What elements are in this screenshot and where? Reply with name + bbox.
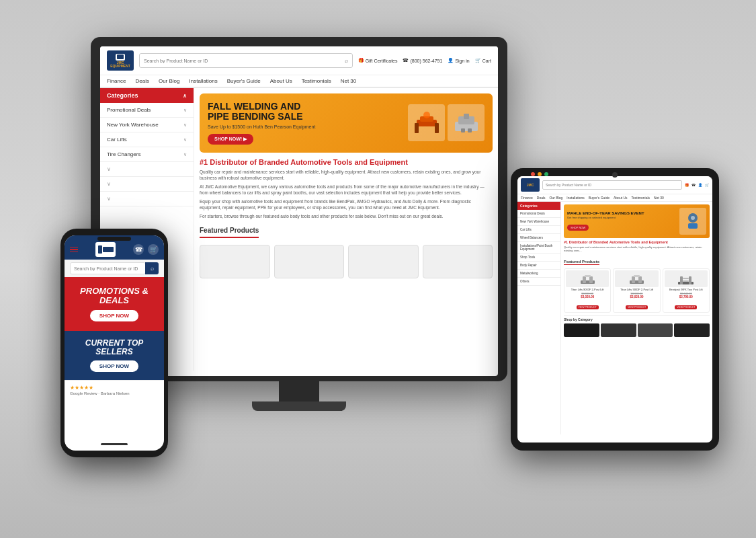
sidebar-item-expand1[interactable]: ∨ — [100, 162, 194, 177]
phone-sellers-cta-button[interactable]: SHOP NOW — [90, 360, 138, 372]
monitor-stand-base — [252, 401, 346, 411]
banner-title-line2: PIPE BENDING SALE — [208, 111, 303, 122]
chevron-down-icon: ∨ — [183, 137, 187, 143]
tablet-banner-product-icon — [683, 211, 703, 231]
gift-certificates-label: Gift Certificates — [366, 59, 398, 63]
tablet-body-text: Quality car repair and maintenance servi… — [564, 245, 710, 252]
nav-testimonials[interactable]: Testimonials — [302, 78, 331, 84]
phone-link[interactable]: ☎ (800) 562-4791 — [403, 58, 442, 63]
phone-promo-title: PROMOTIONS & DEALS — [73, 286, 156, 306]
banner-product-image-2 — [448, 104, 485, 141]
chevron-up-icon: ∧ — [183, 93, 187, 99]
banner-cta-button[interactable]: SHOP NOW! ▶ — [208, 134, 253, 145]
tablet-sidebar-shop-tools[interactable]: Shop Tools — [517, 254, 560, 262]
nav-buyers-guide[interactable]: Buyer's Guide — [227, 78, 261, 84]
tablet-nav-net30[interactable]: Net 30 — [654, 196, 664, 200]
tablet-category-img-4 — [674, 323, 710, 337]
nav-net30[interactable]: Net 30 — [341, 78, 357, 84]
tablet-sidebar-body-repair[interactable]: Body Repair — [517, 262, 560, 270]
tablet-sidebar-header: Categories — [517, 202, 560, 210]
desktop-search-bar[interactable]: ⌕ — [139, 53, 353, 68]
body-text-1: Quality car repair and maintenance servi… — [200, 169, 493, 181]
tablet-sidebar-wheel-balancers[interactable]: Wheel Balancers — [517, 234, 560, 242]
tablet-category-img-2 — [601, 323, 636, 337]
sidebar-header-label: Categories — [107, 92, 138, 99]
phone-sellers-title-line2: SELLERS — [95, 347, 132, 356]
banner-cta-label: SHOP NOW! — [214, 137, 242, 141]
tablet-sidebar-paint-booth[interactable]: Installations/Paint Booth Equipment — [517, 242, 560, 254]
tablet-nav-deals[interactable]: Deals — [537, 196, 546, 200]
tablet-phone-link[interactable]: ☎ — [691, 183, 696, 187]
phone-cart-icon[interactable]: 🛒 — [148, 244, 159, 255]
tablet-nav-testimonials[interactable]: Testimonials — [632, 196, 650, 200]
nav-deals[interactable]: Deals — [135, 78, 149, 84]
phone-search-input[interactable] — [70, 262, 146, 274]
phone-logo-area — [95, 242, 116, 257]
cart-label: Cart — [482, 59, 491, 63]
tablet-product-1-view-btn[interactable]: VIEW PRODUCT — [577, 305, 599, 309]
tablet-sidebar-promotional[interactable]: Promotional Deals — [517, 210, 560, 218]
nav-finance[interactable]: Finance — [107, 78, 126, 84]
tablet-sidebar-metalworking[interactable]: Metalworking — [517, 270, 560, 278]
tablet-dot-green — [544, 172, 548, 176]
tablet-sidebar-car-lifts[interactable]: Car Lifts — [517, 226, 560, 234]
tablet-banner: MAHLE END-OF-YEAR SAVINGS EVENT Get free… — [564, 204, 710, 238]
svg-rect-16 — [585, 275, 591, 277]
sidebar-item-car-lifts[interactable]: Car Lifts ∨ — [100, 132, 194, 147]
sidebar-item-label: Tire Changers — [107, 151, 140, 157]
gift-icon: 🎁 — [358, 58, 364, 63]
tablet-nav-finance[interactable]: Finance — [521, 196, 533, 200]
nav-installations[interactable]: Installations — [190, 78, 218, 84]
tablet-banner-text: MAHLE END-OF-YEAR SAVINGS EVENT Get free… — [567, 211, 679, 231]
banner-subtitle: Save Up to $1500 on Huth Ben Pearson Equ… — [208, 124, 315, 129]
tablet-signin-link[interactable]: 👤 — [698, 183, 702, 187]
sidebar-item-promotional[interactable]: Promotional Deals ∨ — [100, 103, 194, 118]
sidebar-item-expand3[interactable]: ∨ — [100, 192, 194, 206]
svg-rect-24 — [683, 278, 689, 279]
tablet-sidebar-warehouse[interactable]: New York Warehouse — [517, 218, 560, 226]
tablet-product-3-view-btn[interactable]: VIEW PRODUCT — [675, 305, 697, 309]
svg-point-12 — [691, 216, 695, 220]
phone-search-button[interactable]: ⌕ — [145, 262, 159, 274]
tablet-category-img-1 — [564, 323, 599, 337]
tablet-nav-installations[interactable]: Installations — [566, 196, 584, 200]
nav-blog[interactable]: Our Blog — [159, 78, 180, 84]
tablet-search-input[interactable] — [542, 180, 682, 190]
tablet-sidebar-others[interactable]: Others — [517, 278, 560, 286]
svg-rect-15 — [589, 276, 593, 283]
body-text-4: For starters, browse through our feature… — [200, 213, 493, 219]
product-placeholder-2 — [274, 245, 345, 278]
sidebar-item-label: Car Lifts — [107, 137, 127, 143]
phone-promo-cta-button[interactable]: SHOP NOW — [90, 310, 138, 321]
nav-about[interactable]: About Us — [270, 78, 292, 84]
logo-text: JMC EQUIPMENT — [107, 61, 134, 68]
sidebar-item-tire-changers[interactable]: Tire Changers ∨ — [100, 147, 194, 162]
chevron-down-icon: ∨ — [183, 152, 187, 157]
sidebar-item-warehouse[interactable]: New York Warehouse ∨ — [100, 118, 194, 132]
tablet-cart-link[interactable]: 🛒 — [705, 183, 709, 187]
sign-in-link[interactable]: 👤 Sign in — [448, 58, 469, 63]
phone-sellers-cta-label: SHOP NOW — [99, 363, 129, 369]
tablet-main: Categories Promotional Deals New York Wa… — [517, 202, 712, 434]
hamburger-menu-button[interactable] — [70, 247, 78, 253]
tablet-nav-buyers-guide[interactable]: Buyer's Guide — [589, 196, 610, 200]
sidebar-item-expand2[interactable]: ∨ — [100, 177, 194, 192]
tablet-banner-cta[interactable]: SHOP NOW — [567, 225, 589, 231]
gift-certificates-link[interactable]: 🎁 Gift Certificates — [358, 58, 398, 63]
tablet-main-title: #1 Distributor of Branded Automotive Too… — [564, 240, 710, 244]
desktop-search-input[interactable] — [144, 59, 342, 63]
tablet-camera — [612, 172, 618, 178]
cart-link[interactable]: 🛒 Cart — [475, 58, 491, 63]
phone-call-icon[interactable]: ☎ — [133, 244, 144, 255]
tablet-nav-about[interactable]: About Us — [614, 196, 628, 200]
tablet-header-actions: 🎁 ☎ 👤 🛒 — [685, 183, 709, 187]
cart-icon: 🛒 — [475, 58, 481, 63]
svg-rect-8 — [468, 128, 472, 132]
phone-header-icons: ☎ 🛒 — [133, 244, 159, 255]
tablet-product-2-view-btn[interactable]: VIEW PRODUCT — [626, 305, 648, 309]
tablet-gift-link[interactable]: 🎁 — [685, 183, 689, 187]
tablet-product-1-image — [566, 270, 609, 287]
expand-icon: ∨ — [107, 166, 111, 172]
tablet-nav-blog[interactable]: Our Blog — [550, 196, 563, 200]
phone-frame: ☎ 🛒 ⌕ PROMOTIONS & DEALS — [60, 229, 168, 457]
